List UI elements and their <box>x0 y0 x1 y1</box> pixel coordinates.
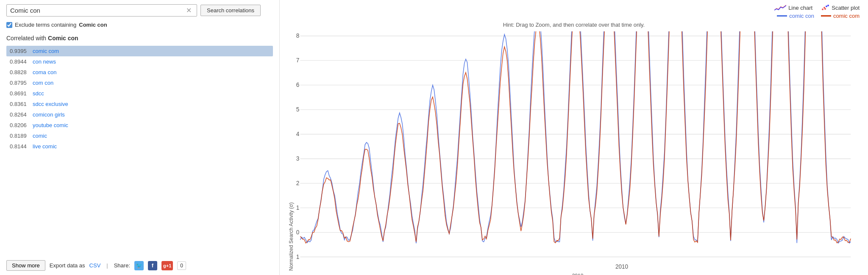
exclude-term: Comic con <box>79 22 107 28</box>
exclude-row: Exclude terms containing Comic con <box>6 22 273 28</box>
twitter-share-button[interactable]: 🐦 <box>134 261 144 270</box>
correlation-item[interactable]: 0.8189 comic <box>6 131 273 141</box>
y-axis-label: Normalized Search Activity (σ) <box>288 31 294 271</box>
correlation-item[interactable]: 0.8828 coma con <box>6 67 273 78</box>
correlation-link[interactable]: coma con <box>33 69 56 75</box>
line-chart-button[interactable]: Line chart <box>774 4 812 11</box>
line-chart-icon <box>774 4 786 11</box>
search-correlations-button[interactable]: Search correlations <box>200 5 261 16</box>
exclude-label: Exclude terms containing <box>15 22 76 28</box>
scatter-plot-icon <box>821 4 829 11</box>
chart-inner: -10123456782010 2010 <box>296 31 860 271</box>
chart-hint: Hint: Drag to Zoom, and then correlate o… <box>288 22 860 28</box>
correlated-header: Correlated with Comic con <box>6 35 273 42</box>
scatter-plot-label: Scatter plot <box>832 5 860 11</box>
legend-item-2: comic com <box>821 13 860 19</box>
correlation-item[interactable]: 0.8361 sdcc exclusive <box>6 99 273 109</box>
chart-top-controls: Line chart Scatter plot <box>288 4 860 11</box>
legend-line-1 <box>777 15 787 17</box>
correlation-score: 0.8361 <box>10 101 28 107</box>
chart-area[interactable]: Normalized Search Activity (σ) -10123456… <box>288 31 860 271</box>
x-axis-2010: 2010 <box>572 273 584 275</box>
svg-text:5: 5 <box>296 106 300 113</box>
right-panel: Line chart Scatter plot comic con comic … <box>280 0 868 275</box>
correlation-link[interactable]: comic <box>33 133 47 139</box>
correlation-item[interactable]: 0.8264 comicon girls <box>6 109 273 120</box>
svg-text:8: 8 <box>296 32 300 39</box>
correlation-list: 0.9395 comic com0.8944 con news0.8828 co… <box>6 46 273 249</box>
x-axis-labels: 2010 <box>296 273 860 275</box>
legend-label-2: comic com <box>833 13 860 19</box>
legend-item-1: comic con <box>777 13 814 19</box>
correlation-link[interactable]: sdcc <box>33 90 44 97</box>
correlation-score: 0.8206 <box>10 122 28 128</box>
svg-point-0 <box>822 8 823 10</box>
svg-text:7: 7 <box>296 57 300 64</box>
search-bar: ✕ Search correlations <box>6 4 273 17</box>
svg-point-2 <box>826 6 827 7</box>
correlation-item[interactable]: 0.8795 com con <box>6 78 273 88</box>
svg-text:0: 0 <box>296 229 300 236</box>
correlation-link[interactable]: youtube comic <box>33 122 68 128</box>
line-chart-label: Line chart <box>788 5 812 11</box>
svg-text:2: 2 <box>296 180 300 186</box>
correlation-link[interactable]: con news <box>33 58 56 65</box>
csv-link[interactable]: CSV <box>89 262 101 269</box>
left-panel: ✕ Search correlations Exclude terms cont… <box>0 0 280 275</box>
exclude-checkbox[interactable] <box>6 22 12 28</box>
svg-text:2010: 2010 <box>615 263 628 269</box>
svg-text:-1: -1 <box>296 253 299 260</box>
correlation-item[interactable]: 0.8944 con news <box>6 56 273 67</box>
correlation-link[interactable]: sdcc exclusive <box>33 101 68 107</box>
share-separator: | <box>106 262 108 269</box>
show-more-button[interactable]: Show more <box>6 260 45 271</box>
correlation-item[interactable]: 0.8144 live comic <box>6 141 273 152</box>
search-input[interactable] <box>10 7 184 14</box>
correlation-score: 0.8144 <box>10 143 28 150</box>
correlation-score: 0.8795 <box>10 80 28 86</box>
chart-legend: comic con comic com <box>288 13 860 19</box>
correlation-item[interactable]: 0.8691 sdcc <box>6 88 273 99</box>
legend-label-1: comic con <box>789 13 814 19</box>
scatter-plot-button[interactable]: Scatter plot <box>821 4 860 11</box>
bottom-bar: Show more Export data as CSV | Share: 🐦 … <box>6 256 273 271</box>
correlation-score: 0.9395 <box>10 48 28 54</box>
correlation-score: 0.8828 <box>10 69 28 75</box>
correlation-score: 0.8691 <box>10 90 28 97</box>
correlation-link[interactable]: comicon girls <box>33 111 65 118</box>
export-label: Export data as <box>50 262 85 269</box>
chart-svg[interactable]: -10123456782010 <box>296 31 860 271</box>
clear-button[interactable]: ✕ <box>184 6 193 14</box>
correlation-score: 0.8264 <box>10 111 28 118</box>
correlation-score: 0.8944 <box>10 58 28 65</box>
svg-point-3 <box>827 5 829 6</box>
search-input-wrapper: ✕ <box>6 4 197 17</box>
googleplus-share-button[interactable]: g+1 <box>161 261 173 270</box>
correlation-link[interactable]: com con <box>33 80 53 86</box>
correlation-score: 0.8189 <box>10 133 28 139</box>
svg-text:1: 1 <box>296 204 300 211</box>
svg-text:4: 4 <box>296 131 300 137</box>
correlation-item[interactable]: 0.8206 youtube comic <box>6 120 273 131</box>
svg-text:6: 6 <box>296 81 300 88</box>
facebook-share-button[interactable]: f <box>148 261 157 270</box>
legend-line-2 <box>821 15 831 17</box>
svg-text:3: 3 <box>296 155 300 162</box>
svg-point-4 <box>824 8 826 10</box>
correlation-item[interactable]: 0.9395 comic com <box>6 46 273 56</box>
correlation-link[interactable]: live comic <box>33 143 57 150</box>
share-label: Share: <box>114 262 130 269</box>
correlation-link[interactable]: comic com <box>33 48 59 54</box>
share-count: 0 <box>177 261 186 270</box>
